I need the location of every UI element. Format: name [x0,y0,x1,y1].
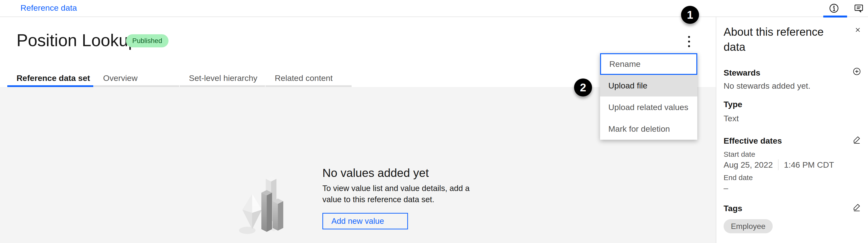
close-panel-button[interactable] [853,25,863,35]
empty-state-heading: No values added yet [322,166,429,180]
status-badge: Published [126,34,168,47]
stewards-empty-text: No stewards added yet. [723,81,810,91]
kebab-dot [688,41,690,42]
edit-icon [852,135,862,144]
active-panel-tab-indicator [823,15,847,18]
tag-employee[interactable]: Employee [723,219,773,233]
start-date-row: Aug 25, 2022 1:46 PM CDT [723,160,834,170]
information-icon [828,2,840,14]
type-label: Type [723,100,742,109]
menu-item-mark-for-deletion[interactable]: Mark for deletion [600,118,697,140]
start-date-value: Aug 25, 2022 [723,160,773,170]
add-icon [852,67,862,76]
about-panel: About this reference data Stewards No st… [716,17,868,243]
edit-effective-dates-button[interactable] [851,134,862,145]
menu-item-rename[interactable]: Rename [600,53,697,75]
start-time-value: 1:46 PM CDT [784,160,834,170]
reference-data-page: Reference data Position Lookup Published… [0,0,868,243]
start-date-label: Start date [723,150,755,159]
menu-item-upload-file[interactable]: Upload file [600,75,697,97]
tab-related-content[interactable]: Related content [266,71,351,87]
page-title: Position Lookup [17,31,137,50]
kebab-dot [688,36,690,38]
overflow-menu: Rename Upload file Upload related values… [600,53,697,140]
annotation-step-2: 2 [574,78,592,97]
tab-set-level-hierarchy[interactable]: Set-level hierarchy [180,71,265,87]
edit-icon [852,202,862,212]
panel-title: About this reference data [723,24,840,55]
info-panel-button[interactable] [827,1,841,15]
stewards-label: Stewards [723,68,760,77]
date-time-divider [778,160,778,170]
close-icon [854,26,862,34]
annotation-step-1: 1 [681,6,699,24]
end-date-label: End date [723,174,753,182]
empty-state-illustration [237,170,297,236]
menu-item-upload-related-values[interactable]: Upload related values [600,97,697,118]
effective-dates-label: Effective dates [723,136,782,145]
overflow-menu-button[interactable] [680,32,698,51]
breadcrumb-reference-data[interactable]: Reference data [21,3,77,13]
tags-label: Tags [723,204,742,213]
end-date-value: – [723,183,728,193]
empty-state-description: To view value list and value details, ad… [322,183,486,205]
comment-icon [853,2,865,14]
type-value: Text [723,114,739,123]
tab-reference-data-set[interactable]: Reference data set [7,71,93,87]
edit-tags-button[interactable] [851,202,862,212]
add-new-value-button[interactable]: Add new value [322,213,408,230]
comments-button[interactable] [852,1,866,15]
tab-overview[interactable]: Overview [94,71,179,87]
kebab-dot [688,45,690,47]
add-steward-button[interactable] [851,66,862,77]
top-header: Reference data [0,0,868,17]
